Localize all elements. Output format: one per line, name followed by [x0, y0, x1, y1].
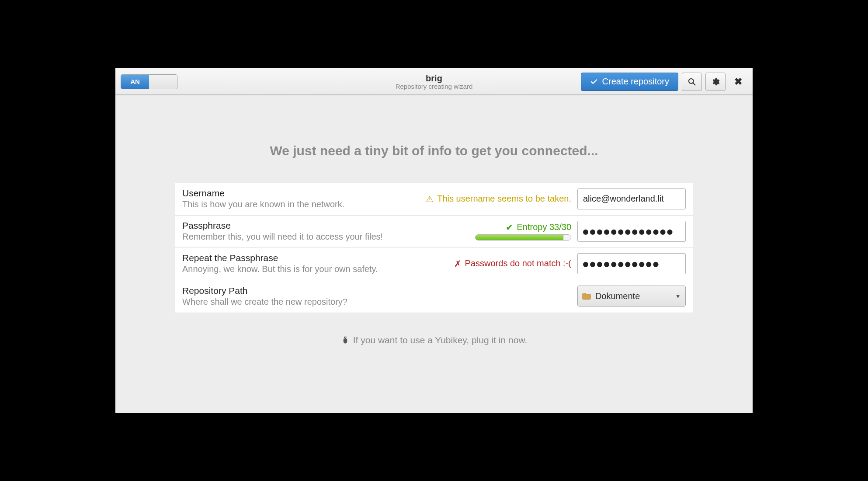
- wizard-form: Username This is how you are known in th…: [175, 183, 693, 313]
- create-repository-label: Create repository: [602, 77, 669, 87]
- username-status: This username seems to be taken.: [437, 194, 571, 204]
- repeat-passphrase-input[interactable]: [577, 253, 686, 274]
- search-icon: [687, 77, 696, 86]
- language-switch-active[interactable]: AN: [121, 75, 149, 89]
- repo-path-desc: Where shall we create the new repository…: [182, 297, 571, 307]
- repeat-desc: Annoying, we know. But this is for your …: [182, 264, 454, 274]
- passphrase-input[interactable]: [577, 221, 686, 242]
- svg-line-1: [693, 83, 695, 85]
- close-button[interactable]: ✖: [729, 73, 747, 91]
- row-repo-path: Repository Path Where shall we create th…: [175, 280, 693, 313]
- create-repository-button[interactable]: Create repository: [581, 73, 678, 91]
- folder-icon: [582, 292, 591, 300]
- cross-icon: ✗: [454, 258, 462, 269]
- usb-plug-icon: [341, 335, 350, 345]
- yubikey-hint-text: If you want to use a Yubikey, plug it in…: [353, 335, 527, 345]
- row-passphrase: Passphrase Remember this, you will need …: [175, 216, 693, 248]
- chevron-down-icon: ▼: [675, 293, 681, 300]
- repo-path-selected: Dokumente: [595, 291, 640, 301]
- wizard-window: AN brig Repository creating wizard Creat…: [115, 68, 753, 413]
- username-label: Username: [182, 188, 426, 199]
- username-desc: This is how you are known in the network…: [182, 199, 426, 209]
- yubikey-hint: If you want to use a Yubikey, plug it in…: [341, 335, 527, 345]
- entropy-progress-bar: [476, 235, 563, 240]
- search-button[interactable]: [682, 73, 702, 91]
- settings-button[interactable]: [705, 73, 726, 91]
- close-icon: ✖: [734, 76, 742, 87]
- passphrase-label: Passphrase: [182, 220, 475, 231]
- repo-path-label: Repository Path: [182, 286, 571, 296]
- language-switch[interactable]: AN: [121, 74, 177, 89]
- gear-icon: [711, 77, 720, 86]
- repeat-status: Passwords do not match :-(: [465, 258, 571, 268]
- repo-path-chooser[interactable]: Dokumente ▼: [577, 286, 686, 307]
- row-repeat-passphrase: Repeat the Passphrase Annoying, we know.…: [175, 248, 693, 280]
- headerbar: AN brig Repository creating wizard Creat…: [115, 68, 753, 95]
- passphrase-status: Entropy 33/30: [517, 222, 571, 232]
- passphrase-desc: Remember this, you will need it to acces…: [182, 232, 475, 242]
- warning-icon: ⚠: [426, 194, 434, 204]
- row-username: Username This is how you are known in th…: [175, 183, 693, 216]
- check-icon: ✔: [506, 222, 513, 233]
- wizard-content: We just need a tiny bit of info to get y…: [115, 95, 753, 413]
- check-icon: [590, 78, 598, 86]
- headline: We just need a tiny bit of info to get y…: [270, 143, 598, 158]
- username-input[interactable]: [577, 188, 686, 209]
- language-switch-inactive[interactable]: [149, 75, 177, 89]
- entropy-progress: [475, 234, 571, 240]
- repeat-label: Repeat the Passphrase: [182, 253, 454, 263]
